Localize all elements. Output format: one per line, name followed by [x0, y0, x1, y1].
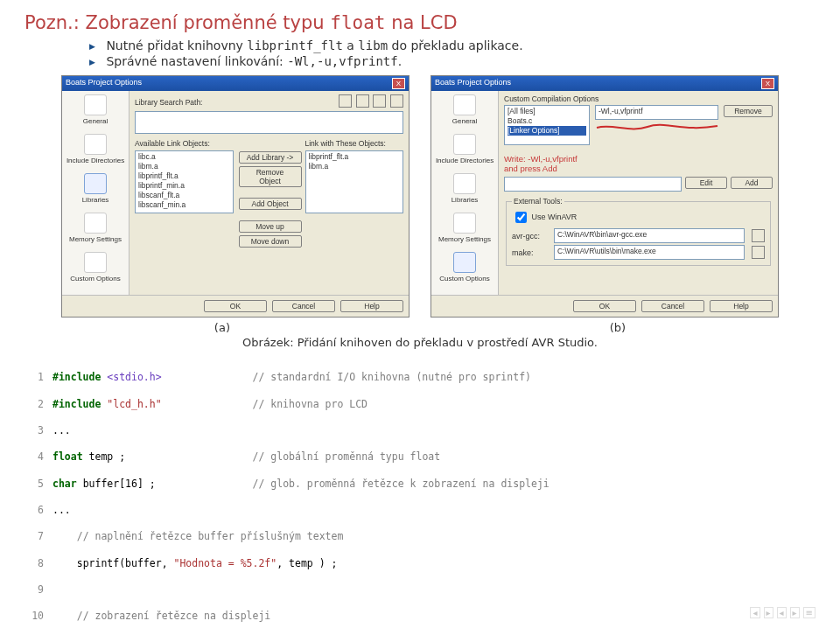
nav-custom[interactable]: Custom Options [64, 252, 127, 283]
hint-line-2: and press Add [504, 164, 773, 173]
add-button[interactable]: Add [731, 177, 773, 189]
code-string: "Hodnota = %5.2f" [173, 557, 276, 569]
cancel-button[interactable]: Cancel [641, 300, 704, 312]
help-button[interactable]: Help [340, 300, 403, 312]
add-library-button[interactable]: Add Library -> [239, 151, 302, 164]
avr-gcc-path-input[interactable]: C:\WinAVR\bin\avr-gcc.exe [554, 228, 745, 243]
files-list[interactable]: [All files] Boats.c [Linker Options] [504, 105, 590, 145]
help-button[interactable]: Help [710, 300, 773, 312]
remove-button[interactable]: Remove [724, 105, 773, 117]
ok-button[interactable]: OK [573, 300, 636, 312]
nav-libraries[interactable]: Libraries [64, 173, 127, 204]
path-delete-icon[interactable] [390, 94, 403, 108]
list-item[interactable]: libscanf_min.a [138, 200, 230, 210]
custom-icon [84, 252, 107, 273]
title-code: float [330, 12, 385, 33]
nav-prev-section-icon[interactable]: ◂ [750, 607, 760, 618]
figure-caption-label: Obrázek: [242, 336, 294, 349]
libraries-icon [84, 173, 107, 194]
list-item[interactable]: libscanf_flt.a [138, 191, 230, 200]
nav-general[interactable]: General [64, 94, 127, 125]
make-path-input[interactable]: C:\WinAVR\utils\bin\make.exe [554, 245, 745, 260]
dialog-b-pane: Custom Compilation Options [All files] B… [499, 91, 778, 295]
memory-icon [453, 213, 476, 234]
dialog-a-title: Boats Project Options [66, 78, 142, 89]
code-text: ... [52, 424, 71, 436]
add-object-button[interactable]: Add Object [239, 198, 302, 210]
bullet-1-code-a: libprintf_flt [247, 38, 343, 52]
code-line: 9 [24, 583, 816, 597]
code-comment: // zobrazení řetězce na displeji [77, 610, 271, 622]
code-comment: // naplnění řetězce buffer příslušným te… [77, 530, 344, 542]
custom-icon [453, 252, 476, 273]
dialog-a-pane: Library Search Path: Available Link Obje… [130, 91, 409, 295]
code-line: 10 // zobrazení řetězce na displeji [24, 610, 816, 623]
move-down-button[interactable]: Move down [239, 235, 302, 248]
folder-icon [453, 134, 476, 155]
line-number: 2 [24, 398, 44, 411]
cancel-button[interactable]: Cancel [272, 300, 335, 312]
available-list[interactable]: libc.a libm.a libprintf_flt.a libprintf_… [135, 150, 234, 213]
bullet-1-text-b: a [343, 38, 358, 52]
nav-memory[interactable]: Memory Settings [64, 213, 127, 243]
code-text: ... [52, 504, 71, 516]
code-comment: // glob. proměnná řetězce k zobrazení na… [253, 478, 550, 490]
lib-search-path-label: Library Search Path: [135, 98, 202, 107]
code-keyword: #include [52, 398, 101, 410]
list-item[interactable]: libm.a [309, 162, 401, 171]
figure-caption: Obrázek: Přidání knihoven do překladu v … [24, 336, 816, 349]
move-up-button[interactable]: Move up [239, 220, 302, 233]
nav-next-slide-icon[interactable]: ▸ [790, 607, 800, 618]
option-add-input[interactable] [504, 177, 682, 192]
dialog-b-buttons: OK Cancel Help [431, 295, 778, 317]
option-value-input[interactable]: -Wl,-u,vfprintf [595, 105, 718, 120]
code-comment: // globální proměnná typu float [253, 450, 441, 463]
list-item[interactable]: Boats.c [508, 116, 586, 126]
nav-menu-icon[interactable]: ≡ [803, 607, 816, 618]
list-item[interactable]: libprintf_flt.a [309, 152, 401, 162]
browse-icon[interactable] [752, 229, 765, 242]
remove-object-button[interactable]: Remove Object [239, 166, 302, 187]
bullet-2: Správné nastavení linkování: -Wl,-u,vfpr… [89, 54, 816, 68]
list-item[interactable]: libprintf_min.a [138, 181, 230, 191]
code-ident: temp ; [89, 450, 126, 463]
nav-include-dirs[interactable]: Include Directories [64, 134, 127, 164]
nav-include-dirs[interactable]: Include Directories [433, 134, 496, 164]
title-text-1: Zobrazení proměnné typu [86, 12, 331, 33]
list-item[interactable]: [Linker Options] [508, 126, 586, 136]
nav-libraries-label: Libraries [82, 196, 109, 204]
code-header: <stdio.h> [107, 371, 161, 383]
caption-b: (b) [610, 321, 626, 334]
with-list[interactable]: libprintf_flt.a libm.a [305, 150, 404, 213]
list-item[interactable]: libc.a [138, 152, 230, 162]
code-type: char [52, 478, 77, 490]
bullet-1-code-b: libm [358, 38, 388, 52]
browse-icon[interactable] [752, 246, 765, 259]
list-item[interactable]: [All files] [508, 107, 586, 116]
code-comment: // knihovna pro LCD [253, 398, 368, 410]
edit-button[interactable]: Edit [685, 177, 727, 189]
close-icon[interactable]: X [392, 78, 405, 89]
nav-libraries[interactable]: Libraries [433, 173, 496, 204]
nav-memory[interactable]: Memory Settings [433, 213, 496, 243]
list-item[interactable]: libprintf_flt.a [138, 171, 230, 181]
path-new-icon[interactable] [373, 94, 386, 108]
dialog-b-titlebar: Boats Project Options X [431, 76, 778, 91]
code-comment: // standardní I/O knihovna (nutné pro sp… [253, 371, 532, 383]
nav-custom[interactable]: Custom Options [433, 252, 496, 283]
dialog-a-titlebar: Boats Project Options X [62, 76, 409, 91]
ok-button[interactable]: OK [204, 300, 267, 312]
bullet-2-text-a: Správné nastavení linkování: [106, 54, 287, 68]
close-icon[interactable]: X [761, 78, 774, 89]
figure-caption-text: Přidání knihoven do překladu v prostředí… [294, 336, 598, 349]
use-winavr-checkbox[interactable] [515, 212, 527, 223]
path-down-icon[interactable] [356, 94, 369, 108]
nav-next-section-icon[interactable]: ▸ [764, 607, 774, 618]
lib-search-path-list[interactable] [135, 111, 403, 134]
list-item[interactable]: libm.a [138, 162, 230, 171]
nav-prev-slide-icon[interactable]: ◂ [777, 607, 787, 618]
bullet-1: Nutné přidat knihovny libprintf_flt a li… [89, 38, 816, 52]
use-winavr-label: Use WinAVR [532, 213, 578, 221]
path-up-icon[interactable] [339, 94, 352, 108]
nav-general[interactable]: General [433, 94, 496, 125]
